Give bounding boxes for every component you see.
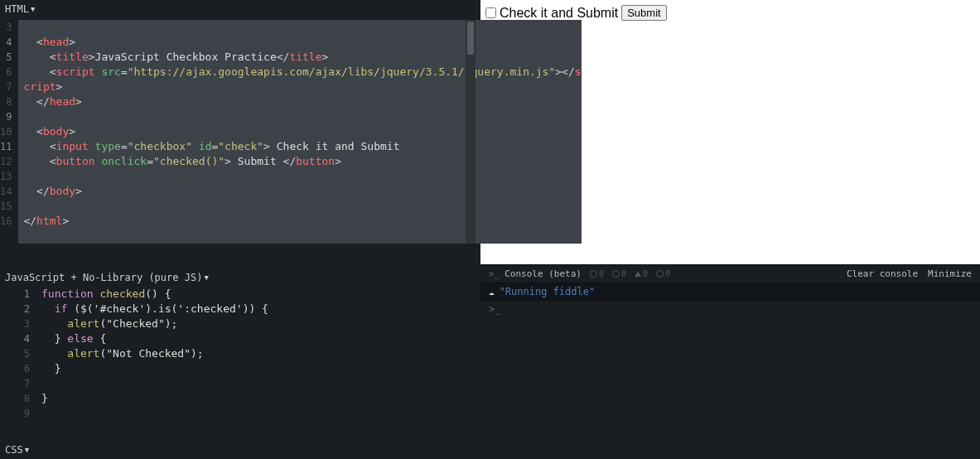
error-icon: [612, 270, 620, 278]
js-panel-header[interactable]: JavaScript + No-Library (pure JS) ▼: [0, 268, 480, 287]
dropdown-icon: ▼: [25, 446, 29, 454]
html-editor[interactable]: 3 4 5 6 7 8 9 10 11 12 13 14 15 16: [0, 20, 476, 244]
info-icon: [590, 270, 597, 278]
console-pane: >_ Console (beta) 0 0 0 0 Clear console …: [480, 264, 980, 459]
dropdown-icon: ▼: [204, 273, 208, 282]
js-editor[interactable]: 1 2 3 4 5 6 7 8 9 function checked() { i…: [0, 287, 480, 421]
js-gutter: 1 2 3 4 5 6 7 8 9: [0, 287, 36, 421]
css-panel-header[interactable]: CSS ▼: [0, 441, 480, 459]
other-icon: [656, 270, 664, 278]
js-code[interactable]: function checked() { if ($('#check').is(…: [36, 287, 480, 421]
console-prompt-icon: >_: [489, 268, 500, 279]
clear-console-button[interactable]: Clear console: [847, 268, 918, 279]
console-log-line: ☁ "Running fiddle": [480, 283, 980, 300]
html-panel-header[interactable]: HTML ▼: [0, 0, 480, 18]
warn-icon: [635, 271, 641, 277]
html-gutter: 3 4 5 6 7 8 9 10 11 12 13 14 15 16: [0, 20, 18, 244]
html-panel-label: HTML: [5, 3, 29, 15]
preview-checkbox[interactable]: [485, 7, 496, 18]
js-panel-label: JavaScript + No-Library (pure JS): [5, 272, 202, 283]
console-input-prompt[interactable]: >_: [480, 301, 980, 317]
console-message: "Running fiddle": [500, 286, 596, 297]
dropdown-icon: ▼: [31, 5, 35, 13]
html-code[interactable]: <head> <title>JavaScript Checkbox Practi…: [18, 20, 581, 244]
console-badges: 0 0 0 0: [590, 269, 670, 278]
minimize-console-button[interactable]: Minimize: [928, 268, 972, 279]
console-header: >_ Console (beta) 0 0 0 0 Clear console …: [480, 265, 980, 283]
console-title: Console (beta): [504, 268, 582, 279]
preview-checkbox-label: Check it and Submit: [500, 6, 618, 21]
css-panel-label: CSS: [5, 444, 23, 456]
cloud-icon: ☁: [489, 287, 495, 297]
preview-submit-button[interactable]: Submit: [621, 5, 666, 21]
html-scrollbar[interactable]: [466, 20, 476, 244]
